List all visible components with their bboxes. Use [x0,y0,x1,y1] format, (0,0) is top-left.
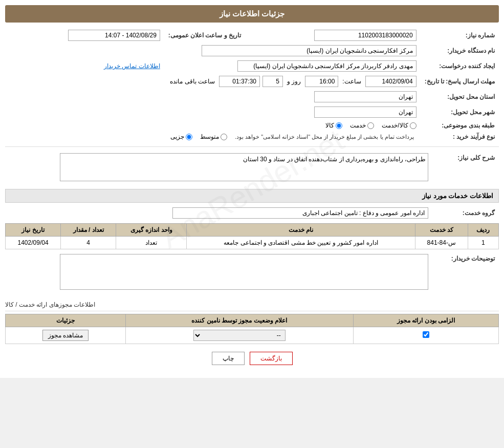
radio-mottaset-label: متوسط [200,133,219,140]
process-row: پرداخت تمام یا بخشی از مبلغ خریدار از مح… [5,131,421,142]
subject-label: طبقه بندی موضوعی: [421,120,499,131]
services-table-cell: اداره امور کشور و تعیین خط مشی اقتصادی و… [187,237,415,249]
need-number-input [314,30,417,41]
delivery-province-label: استان محل تحویل: [421,89,499,104]
deadline-days-input [262,76,283,87]
services-col-header: ردیف [468,224,498,237]
need-description-cell: طراحی، راه‌اندازی و بهره‌برداری از شتاب‌… [5,151,432,185]
services-col-header: واحد اندازه گیری [116,224,187,237]
buyer-org-label: نام دستگاه خریدار: [421,43,499,58]
need-description-label: شرح کلی نیاز: [432,151,499,185]
delivery-city-input [314,106,417,118]
license-mandatory-checkbox[interactable] [423,331,429,338]
separator-1 [5,146,499,147]
services-table: ردیفکد خدمتنام خدمتواحد اندازه گیریتعداد… [5,223,499,249]
license-status-select[interactable]: -- [193,330,286,341]
license-table-row: --مشاهده مجوز [6,327,499,344]
services-col-header: نام خدمت [187,224,415,237]
services-table-cell: 1 [468,237,498,249]
need-number-value [245,28,421,43]
deadline-time-input [305,76,338,87]
deadline-label: مهلت ارسال پاسخ: تا تاریخ: [421,74,499,89]
radio-kala-input[interactable] [336,122,342,129]
deadline-days-label: روز و [287,78,301,85]
deadline-row: ساعت: روز و ساعت باقی مانده [5,74,421,89]
radio-jozii-label: جزیی [170,133,184,140]
need-description-table: شرح کلی نیاز: طراحی، راه‌اندازی و بهره‌ب… [5,151,499,185]
license-col-header: جزئیات [6,314,126,327]
license-col-header: اعلام وضعیت مجوز توسط نامین کننده [125,314,353,327]
delivery-province-value [5,89,421,104]
radio-jozii: جزیی [170,133,192,140]
license-status-cell: -- [125,327,353,344]
announcement-label: تاریخ و ساعت اعلان عمومی: [164,28,245,43]
delivery-province-input [314,91,417,102]
licenses-title: اطلاعات مجوزهای ارائه خدمت / کالا [5,298,499,311]
services-table-row: 1س-84-841اداره امور کشور و تعیین خط مشی … [6,237,499,249]
requester-label: ایجاد کننده درخواست: [421,58,499,74]
subject-row: کالا/خدمت خدمت کالا [5,120,421,131]
license-mandatory-cell [353,327,498,344]
radio-kala-khedmat-input[interactable] [410,122,417,129]
delivery-city-value [5,104,421,120]
page-container: AnaRender.net جزئیات اطلاعات نیاز شماره … [0,0,504,378]
radio-kala: کالا [325,122,342,129]
radio-kala-khedmat: کالا/خدمت [382,122,416,129]
services-table-cell: تعداد [116,237,187,249]
main-info-table: شماره نیاز: تاریخ و ساعت اعلان عمومی: نا… [5,28,499,142]
announcement-value [5,28,164,43]
services-table-cell: 4 [61,237,116,249]
need-description-textarea[interactable]: طراحی، راه‌اندازی و بهره‌برداری از شتاب‌… [60,153,428,181]
radio-khedmat-label: خدمت [350,122,366,129]
contact-link[interactable]: اطلاعات تماس خریدار [104,62,160,70]
radio-mottaset: متوسط [200,133,227,140]
service-group-label: گروه خدمت: [432,205,499,221]
license-col-header: الزامی بودن ارائه مجوز [353,314,498,327]
service-group-input [172,207,428,219]
buyer-notes-cell [5,252,432,293]
services-col-header: کد خدمت [415,224,468,237]
view-license-button[interactable]: مشاهده مجوز [42,330,89,341]
delivery-city-label: شهر محل تحویل: [421,104,499,120]
announcement-input [68,30,160,41]
license-details-cell: مشاهده مجوز [6,327,126,344]
radio-mottaset-input[interactable] [221,134,227,140]
services-col-header: تاریخ نیاز [6,224,61,237]
service-group-value [5,205,432,221]
need-number-label: شماره نیاز: [421,28,499,43]
print-button[interactable]: چاپ [212,352,245,365]
deadline-date-input [365,76,417,87]
requester-value [164,58,421,74]
process-note: پرداخت تمام یا بخشی از مبلغ خریدار از مح… [235,134,414,140]
services-table-cell: س-84-841 [415,237,468,249]
radio-khedmat: خدمت [350,122,374,129]
services-table-cell: 1402/09/04 [6,237,61,249]
licenses-table: الزامی بودن ارائه مجوزاعلام وضعیت مجوز ت… [5,314,499,344]
buyer-notes-label: توضیحات خریدار: [432,252,499,293]
deadline-remaining-input [219,76,260,87]
buyer-org-input [202,45,417,56]
radio-kala-label: کالا [325,122,334,129]
licenses-section: اطلاعات مجوزهای ارائه خدمت / کالا الزامی… [5,298,499,344]
process-label: نوع فرآیند خرید : [421,131,499,142]
radio-kala-khedmat-label: کالا/خدمت [382,122,408,129]
buyer-org-value [5,43,421,58]
deadline-remaining-label: ساعت باقی مانده [170,78,215,85]
deadline-time-label: ساعت: [342,78,361,85]
radio-khedmat-input[interactable] [367,122,374,129]
radio-jozii-input[interactable] [186,134,192,140]
buyer-notes-table: توضیحات خریدار: [5,252,499,293]
page-header: جزئیات اطلاعات نیاز [5,5,499,23]
back-button[interactable]: بازگشت [250,352,293,365]
requester-input [237,60,417,72]
buttons-row: بازگشت چاپ [5,352,499,365]
service-group-table: گروه خدمت: [5,205,499,221]
services-section-title: اطلاعات خدمات مورد نیاز [5,189,499,203]
buyer-notes-textarea[interactable] [60,254,428,290]
services-col-header: تعداد / مقدار [61,224,116,237]
contact-link-cell: اطلاعات تماس خریدار [5,58,164,74]
